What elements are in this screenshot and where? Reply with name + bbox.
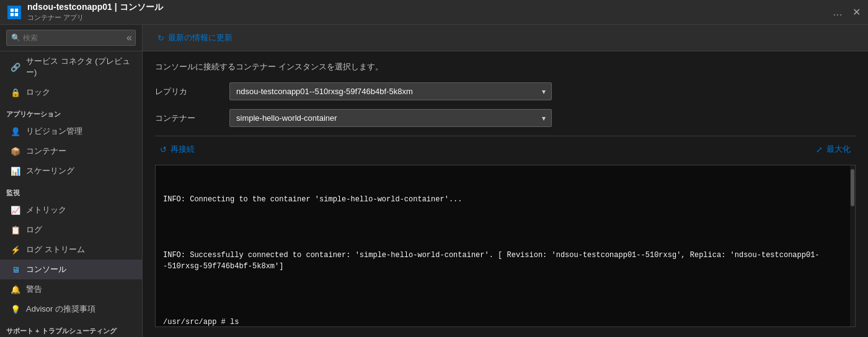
sidebar-item-label: サービス コネクタ (プレビュー) bbox=[26, 56, 136, 78]
section-description: コンソールに接続するコンテナー インスタンスを選択します。 bbox=[155, 61, 856, 72]
containers-icon: 📦 bbox=[10, 146, 21, 157]
container-row: コンテナー simple-hello-world-container ▾ bbox=[155, 109, 856, 127]
service-connector-icon: 🔗 bbox=[10, 61, 21, 72]
terminal-scrollbar[interactable] bbox=[850, 165, 855, 326]
terminal-output[interactable]: INFO: Connecting to the container 'simpl… bbox=[156, 165, 850, 326]
sidebar-item-alerts[interactable]: 🔔 警告 bbox=[0, 279, 142, 299]
section-label-app: アプリケーション bbox=[0, 102, 142, 121]
sidebar: 🔍 « 🔗 サービス コネクタ (プレビュー) 🔒 ロック アプリケーション 👤… bbox=[0, 25, 143, 337]
sidebar-item-label: コンソール bbox=[26, 264, 66, 275]
scaling-icon: 📊 bbox=[10, 165, 21, 177]
refresh-label: 最新の情報に更新 bbox=[168, 32, 232, 43]
content-panel: ↻ 最新の情報に更新 コンソールに接続するコンテナー インスタンスを選択します。… bbox=[143, 25, 868, 337]
svg-rect-2 bbox=[11, 12, 14, 15]
section-label-monitor: 監視 bbox=[0, 181, 142, 200]
sidebar-item-log-stream[interactable]: ⚡ ログ ストリーム bbox=[0, 240, 142, 260]
content-area: コンソールに接続するコンテナー インスタンスを選択します。 レプリカ ndsou… bbox=[143, 51, 868, 337]
toolbar: ↻ 最新の情報に更新 bbox=[143, 25, 868, 51]
container-select-wrapper: simple-hello-world-container ▾ bbox=[229, 109, 552, 127]
console-icon: 🖥 bbox=[10, 264, 21, 275]
container-select-container: simple-hello-world-container ▾ bbox=[229, 109, 552, 127]
replica-row: レプリカ ndsou-testconapp01--510rxsg-59f746b… bbox=[155, 82, 856, 100]
sidebar-item-advisor[interactable]: 💡 Advisor の推奨事項 bbox=[0, 299, 142, 319]
search-input[interactable] bbox=[6, 30, 136, 46]
logs-icon: 📋 bbox=[10, 224, 21, 235]
svg-rect-0 bbox=[11, 8, 14, 11]
main-layout: 🔍 « 🔗 サービス コネクタ (プレビュー) 🔒 ロック アプリケーション 👤… bbox=[0, 25, 868, 337]
sidebar-item-lock[interactable]: 🔒 ロック bbox=[0, 82, 142, 102]
search-icon: 🔍 bbox=[11, 33, 20, 42]
terminal-line-1: INFO: Connecting to the container 'simpl… bbox=[163, 194, 843, 205]
replica-select-container: ndsou-testconapp01--510rxsg-59f746b4bf-5… bbox=[229, 82, 552, 100]
terminal-container: INFO: Connecting to the container 'simpl… bbox=[155, 165, 856, 327]
svg-rect-1 bbox=[15, 8, 18, 11]
close-button[interactable]: ✕ bbox=[852, 6, 861, 18]
advisor-icon: 💡 bbox=[10, 304, 21, 315]
metrics-icon: 📈 bbox=[10, 204, 21, 216]
sidebar-item-label: スケーリング bbox=[26, 165, 74, 177]
sidebar-item-console[interactable]: 🖥 コンソール bbox=[0, 260, 142, 279]
sidebar-item-label: メトリック bbox=[26, 204, 66, 216]
sidebar-search-container: 🔍 « bbox=[0, 25, 142, 51]
sidebar-item-containers[interactable]: 📦 コンテナー bbox=[0, 141, 142, 161]
sidebar-item-label: ログ ストリーム bbox=[26, 244, 85, 255]
maximize-button[interactable]: ⤢ 最大化 bbox=[811, 141, 856, 157]
refresh-icon: ↻ bbox=[157, 33, 164, 43]
titlebar: ndsou-testconapp01 | コンソール コンテナー アプリ … ✕ bbox=[0, 0, 868, 25]
sidebar-collapse-button[interactable]: « bbox=[123, 30, 136, 46]
app-logo bbox=[7, 6, 21, 19]
sidebar-item-label: ログ bbox=[26, 224, 42, 235]
container-select[interactable]: simple-hello-world-container bbox=[229, 109, 552, 127]
svg-rect-3 bbox=[15, 12, 18, 15]
more-options-button[interactable]: … bbox=[833, 7, 843, 18]
sidebar-item-logs[interactable]: 📋 ログ bbox=[0, 220, 142, 240]
terminal-line-2: INFO: Successfully connected to containe… bbox=[163, 250, 843, 272]
replica-select[interactable]: ndsou-testconapp01--510rxsg-59f746b4bf-5… bbox=[229, 82, 552, 100]
section-label-support: サポート + トラブルシューティング bbox=[0, 319, 142, 337]
sidebar-item-revision[interactable]: 👤 リビジョン管理 bbox=[0, 121, 142, 141]
replica-label: レプリカ bbox=[155, 86, 229, 97]
alerts-icon: 🔔 bbox=[10, 284, 21, 295]
titlebar-text: ndsou-testconapp01 | コンソール コンテナー アプリ bbox=[27, 2, 823, 22]
page-title: ndsou-testconapp01 | コンソール bbox=[27, 2, 823, 13]
sidebar-item-service-connector[interactable]: 🔗 サービス コネクタ (プレビュー) bbox=[0, 51, 142, 82]
refresh-button[interactable]: ↻ 最新の情報に更新 bbox=[153, 30, 237, 46]
sidebar-item-metrics[interactable]: 📈 メトリック bbox=[0, 200, 142, 220]
log-stream-icon: ⚡ bbox=[10, 244, 21, 255]
container-label: コンテナー bbox=[155, 113, 229, 124]
maximize-label: 最大化 bbox=[826, 144, 851, 155]
sidebar-item-label: 警告 bbox=[26, 284, 42, 295]
revision-icon: 👤 bbox=[10, 126, 21, 137]
replica-select-wrapper: ndsou-testconapp01--510rxsg-59f746b4bf-5… bbox=[229, 82, 552, 100]
sidebar-item-scaling[interactable]: 📊 スケーリング bbox=[0, 161, 142, 181]
terminal-scrollbar-thumb bbox=[851, 169, 854, 206]
reconnect-bar: ↺ 再接続 ⤢ 最大化 bbox=[155, 136, 856, 162]
page-subtitle: コンテナー アプリ bbox=[27, 13, 823, 22]
sidebar-item-label: ロック bbox=[26, 87, 50, 98]
lock-icon: 🔒 bbox=[10, 87, 21, 98]
maximize-icon: ⤢ bbox=[816, 145, 823, 154]
sidebar-item-label: コンテナー bbox=[26, 146, 66, 157]
reconnect-label: 再接続 bbox=[170, 144, 195, 155]
sidebar-item-label: リビジョン管理 bbox=[26, 126, 82, 137]
sidebar-item-label: Advisor の推奨事項 bbox=[26, 304, 95, 315]
terminal-line-3: /usr/src/app # ls bbox=[163, 317, 843, 326]
reconnect-button[interactable]: ↺ 再接続 bbox=[155, 141, 200, 157]
reconnect-icon: ↺ bbox=[160, 145, 167, 154]
